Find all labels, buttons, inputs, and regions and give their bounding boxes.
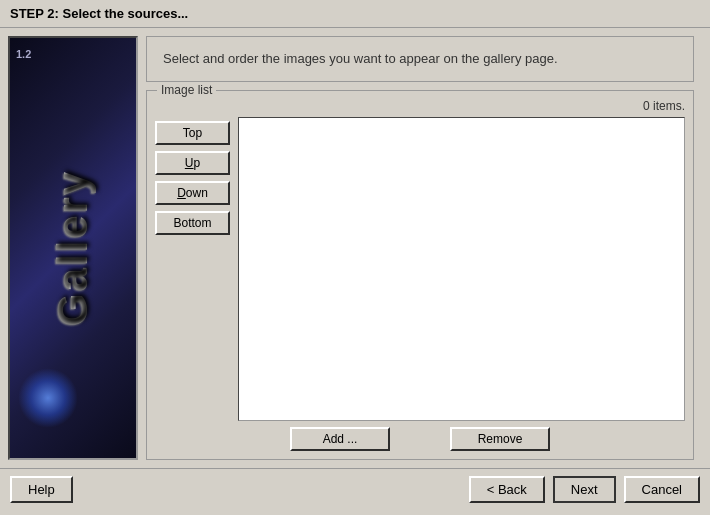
up-label-rest: p <box>193 156 200 170</box>
help-button[interactable]: Help <box>10 476 73 503</box>
button-column: Top Up Down Bottom <box>155 117 238 422</box>
sidebar-version: 1.2 <box>16 48 31 60</box>
down-label: D <box>177 186 186 200</box>
up-button[interactable]: Up <box>155 151 230 175</box>
description-text: Select and order the images you want to … <box>163 51 558 66</box>
sidebar-app-name: Gallery <box>49 170 97 326</box>
description-box: Select and order the images you want to … <box>146 36 694 82</box>
title-bar: STEP 2: Select the sources... <box>0 0 710 28</box>
list-controls: Top Up Down Bottom <box>155 117 685 422</box>
cancel-button[interactable]: Cancel <box>624 476 700 503</box>
down-button[interactable]: Down <box>155 181 230 205</box>
image-list-legend: Image list <box>157 83 216 97</box>
add-button[interactable]: Add ... <box>290 427 390 451</box>
sidebar-light <box>18 368 78 428</box>
sidebar-image: 1.2 Gallery <box>8 38 138 458</box>
sidebar: 1.2 Gallery <box>8 36 138 460</box>
image-list-group: Image list 0 items. Top Up Down Bottom <box>146 90 694 461</box>
items-count: 0 items. <box>155 99 685 113</box>
back-button[interactable]: < Back <box>469 476 545 503</box>
footer-right: < Back Next Cancel <box>469 476 700 503</box>
title-text: STEP 2: Select the sources... <box>10 6 188 21</box>
content-area: Select and order the images you want to … <box>138 36 702 460</box>
top-button[interactable]: Top <box>155 121 230 145</box>
bottom-button[interactable]: Bottom <box>155 211 230 235</box>
add-remove-row: Add ... Remove <box>155 427 685 451</box>
list-panel <box>238 117 685 422</box>
next-button[interactable]: Next <box>553 476 616 503</box>
remove-button[interactable]: Remove <box>450 427 550 451</box>
footer: Help < Back Next Cancel <box>0 468 710 510</box>
main-container: 1.2 Gallery Select and order the images … <box>0 28 710 468</box>
down-label-rest: own <box>186 186 208 200</box>
